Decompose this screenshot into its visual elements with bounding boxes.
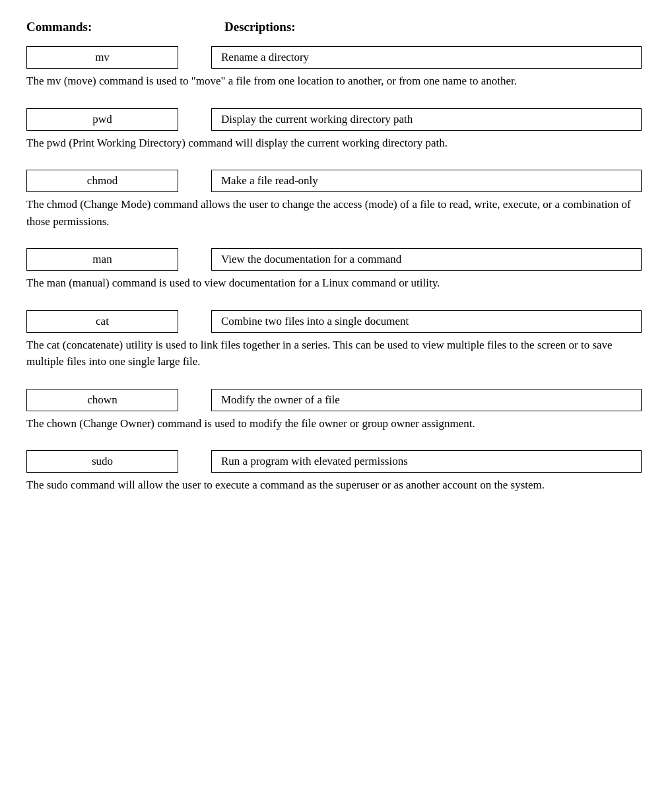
command-row-mv: mvRename a directory (26, 46, 642, 69)
commands-header: Commands: (26, 20, 224, 34)
command-box-chmod: chmod (26, 170, 178, 192)
descriptions-header: Descriptions: (224, 20, 642, 34)
command-section-man: manView the documentation for a commandT… (26, 248, 642, 292)
explanation-sudo: The sudo command will allow the user to … (26, 477, 642, 494)
command-box-man: man (26, 248, 178, 271)
explanation-man: The man (manual) command is used to view… (26, 275, 642, 292)
description-box-chmod: Make a file read-only (211, 170, 642, 192)
command-box-mv: mv (26, 46, 178, 69)
description-box-mv: Rename a directory (211, 46, 642, 69)
command-section-cat: catCombine two files into a single docum… (26, 310, 642, 370)
description-box-chown: Modify the owner of a file (211, 389, 642, 411)
explanation-pwd: The pwd (Print Working Directory) comman… (26, 135, 642, 152)
command-section-chown: chownModify the owner of a fileThe chown… (26, 389, 642, 432)
description-box-pwd: Display the current working directory pa… (211, 108, 642, 131)
command-section-pwd: pwdDisplay the current working directory… (26, 108, 642, 152)
description-box-sudo: Run a program with elevated permissions (211, 450, 642, 473)
command-row-chmod: chmodMake a file read-only (26, 170, 642, 192)
explanation-chown: The chown (Change Owner) command is used… (26, 415, 642, 432)
explanation-cat: The cat (concatenate) utility is used to… (26, 337, 642, 370)
command-section-sudo: sudoRun a program with elevated permissi… (26, 450, 642, 494)
command-box-pwd: pwd (26, 108, 178, 131)
command-section-mv: mvRename a directoryThe mv (move) comman… (26, 46, 642, 90)
explanation-mv: The mv (move) command is used to "move" … (26, 73, 642, 90)
description-box-cat: Combine two files into a single document (211, 310, 642, 333)
description-box-man: View the documentation for a command (211, 248, 642, 271)
command-row-sudo: sudoRun a program with elevated permissi… (26, 450, 642, 473)
command-box-cat: cat (26, 310, 178, 333)
commands-container: mvRename a directoryThe mv (move) comman… (26, 46, 642, 494)
command-row-man: manView the documentation for a command (26, 248, 642, 271)
command-row-chown: chownModify the owner of a file (26, 389, 642, 411)
table-header: Commands: Descriptions: (26, 20, 642, 34)
command-box-chown: chown (26, 389, 178, 411)
explanation-chmod: The chmod (Change Mode) command allows t… (26, 196, 642, 230)
command-box-sudo: sudo (26, 450, 178, 473)
command-row-cat: catCombine two files into a single docum… (26, 310, 642, 333)
command-row-pwd: pwdDisplay the current working directory… (26, 108, 642, 131)
command-section-chmod: chmodMake a file read-onlyThe chmod (Cha… (26, 170, 642, 230)
